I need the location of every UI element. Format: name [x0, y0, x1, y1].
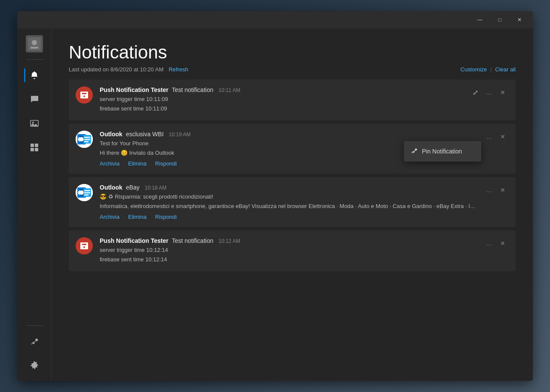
- notif-close-button-4[interactable]: ✕: [497, 237, 509, 249]
- svg-rect-2: [31, 47, 38, 49]
- svg-rect-17: [84, 139, 90, 140]
- notif-controls-4: … ✕: [483, 237, 509, 249]
- window-controls: — □ ✕: [470, 13, 529, 27]
- page-header: Notifications Last updated on 8/6/2020 a…: [52, 28, 533, 80]
- main-content: Notifications Last updated on 8/6/2020 a…: [52, 28, 533, 381]
- notif-time-2: 10:19 AM: [169, 132, 191, 138]
- notif-controls-2: … ✕: [483, 131, 509, 143]
- svg-line-19: [412, 152, 413, 153]
- notification-card-3: Outlook eBay 10:18 AM 😎 ♻ Risparmia: sce…: [69, 177, 516, 227]
- notif-app-name-4: Push Notification Tester: [100, 237, 168, 244]
- notif-action-rispondi-3[interactable]: Rispondi: [155, 214, 177, 220]
- notif-close-button-1[interactable]: ✕: [497, 86, 509, 98]
- svg-rect-24: [84, 190, 90, 191]
- header-right: Customize | Clear all: [461, 66, 516, 73]
- sidebar-divider-bottom: [26, 325, 43, 326]
- notif-line-4-1: firebase sent time 10:12:14: [100, 255, 476, 264]
- svg-rect-25: [84, 192, 90, 193]
- outlook-icon-3: [76, 184, 93, 201]
- header-bar: Last updated on 8/6/2020 at 10:20 AM Ref…: [69, 66, 516, 73]
- svg-line-9: [31, 343, 33, 344]
- svg-rect-26: [84, 194, 89, 196]
- close-button[interactable]: ✕: [510, 13, 529, 27]
- notif-action-elimina-2[interactable]: Elimina: [128, 160, 147, 167]
- notif-app-name-1: Push Notification Tester: [100, 86, 168, 93]
- notif-body-1: Push Notification Tester Test notificati…: [100, 86, 462, 113]
- notif-header-row-3: Outlook eBay 10:18 AM: [100, 184, 476, 191]
- notif-close-button-3[interactable]: ✕: [497, 184, 509, 196]
- notif-subject-1: Test notification: [172, 86, 214, 93]
- notif-line-3-0: 😎 ♻ Risparmia: scegli prodotti ricondizi…: [100, 193, 476, 201]
- notif-pin-button-1[interactable]: [469, 86, 481, 98]
- pin-popup-icon: [411, 147, 418, 156]
- sidebar-app-thumbnail[interactable]: [24, 34, 45, 54]
- notif-app-name-3: Outlook: [100, 184, 122, 191]
- header-separator: |: [490, 66, 492, 73]
- svg-rect-8: [35, 148, 38, 151]
- svg-rect-18: [84, 141, 89, 142]
- last-updated-text: Last updated on 8/6/2020 at 10:20 AM: [69, 66, 163, 73]
- svg-rect-16: [84, 137, 90, 138]
- sidebar-item-pin[interactable]: [24, 331, 45, 352]
- page-title: Notifications: [69, 42, 516, 63]
- outlook-icon-2: [76, 131, 93, 148]
- svg-point-1: [32, 40, 37, 45]
- notif-subject-4: Test notification: [172, 237, 214, 244]
- sidebar-item-apps[interactable]: [24, 137, 45, 158]
- notif-action-archivia-3[interactable]: Archivia: [100, 214, 119, 220]
- notif-controls-3: … ✕: [483, 184, 509, 196]
- sidebar-divider-top: [26, 59, 43, 60]
- notif-header-row-4: Push Notification Tester Test notificati…: [100, 237, 476, 244]
- notif-close-button-2[interactable]: ✕: [497, 131, 509, 143]
- clear-all-button[interactable]: Clear all: [495, 66, 516, 73]
- push-tester-icon-4: [76, 237, 93, 254]
- notif-body-4: Push Notification Tester Test notificati…: [100, 237, 476, 264]
- svg-point-4: [32, 122, 34, 123]
- notif-body-3: Outlook eBay 10:18 AM 😎 ♻ Risparmia: sce…: [100, 184, 476, 220]
- sidebar: [17, 28, 52, 381]
- notif-line-3-1: Informatica, elettrodomestici e smartpho…: [100, 202, 476, 211]
- notif-app-name-2: Outlook: [100, 131, 122, 138]
- notif-action-archivia-2[interactable]: Archivia: [100, 160, 119, 167]
- window-body: Notifications Last updated on 8/6/2020 a…: [17, 28, 533, 381]
- maximize-button[interactable]: □: [490, 13, 510, 27]
- notif-controls-1: … ✕: [469, 86, 509, 98]
- title-bar: — □ ✕: [17, 11, 533, 28]
- notif-line-1-0: server trigger time 10:11:09: [100, 95, 462, 104]
- sidebar-item-notifications[interactable]: [24, 65, 45, 86]
- notif-header-row-1: Push Notification Tester Test notificati…: [100, 86, 462, 93]
- notification-card-1: Push Notification Tester Test notificati…: [69, 80, 516, 120]
- svg-rect-7: [31, 148, 34, 151]
- pin-notification-popup: Pin Notification: [404, 141, 481, 162]
- notif-subject-2: esclusiva WBI: [126, 131, 164, 138]
- notif-line-4-0: server trigger time 10:12:14: [100, 246, 476, 254]
- notif-time-1: 10:11 AM: [218, 87, 240, 93]
- minimize-button[interactable]: —: [470, 13, 490, 27]
- notif-header-row-2: Outlook esclusiva WBI 10:19 AM: [100, 131, 476, 138]
- notification-card-2: Outlook esclusiva WBI 10:19 AM Test for …: [69, 124, 516, 174]
- sidebar-item-photos[interactable]: [24, 113, 45, 134]
- notification-card-4: Push Notification Tester Test notificati…: [69, 230, 516, 271]
- notif-more-button-1[interactable]: …: [483, 86, 495, 98]
- sidebar-item-messages[interactable]: [24, 89, 45, 110]
- notif-more-button-3[interactable]: …: [483, 184, 495, 196]
- main-window: — □ ✕: [17, 11, 533, 381]
- sidebar-item-settings[interactable]: [24, 355, 45, 376]
- notif-more-button-4[interactable]: …: [483, 237, 495, 249]
- push-tester-icon-1: [76, 86, 93, 104]
- notif-more-button-2[interactable]: …: [483, 131, 495, 143]
- notifications-list: Push Notification Tester Test notificati…: [52, 80, 533, 381]
- pin-notification-item[interactable]: Pin Notification: [404, 143, 481, 160]
- customize-button[interactable]: Customize: [461, 66, 487, 73]
- notif-action-rispondi-2[interactable]: Rispondi: [155, 160, 177, 167]
- header-left: Last updated on 8/6/2020 at 10:20 AM Ref…: [69, 66, 188, 73]
- svg-rect-6: [35, 144, 38, 147]
- notif-actions-3: Archivia Elimina Rispondi: [100, 214, 476, 220]
- notif-time-3: 10:18 AM: [145, 185, 167, 191]
- notif-line-1-1: firebase sent time 10:11:09: [100, 104, 462, 113]
- svg-rect-5: [31, 144, 34, 147]
- notif-time-4: 10:12 AM: [218, 238, 240, 244]
- pin-popup-label: Pin Notification: [422, 148, 462, 155]
- notif-action-elimina-3[interactable]: Elimina: [128, 214, 147, 220]
- refresh-button[interactable]: Refresh: [168, 66, 188, 73]
